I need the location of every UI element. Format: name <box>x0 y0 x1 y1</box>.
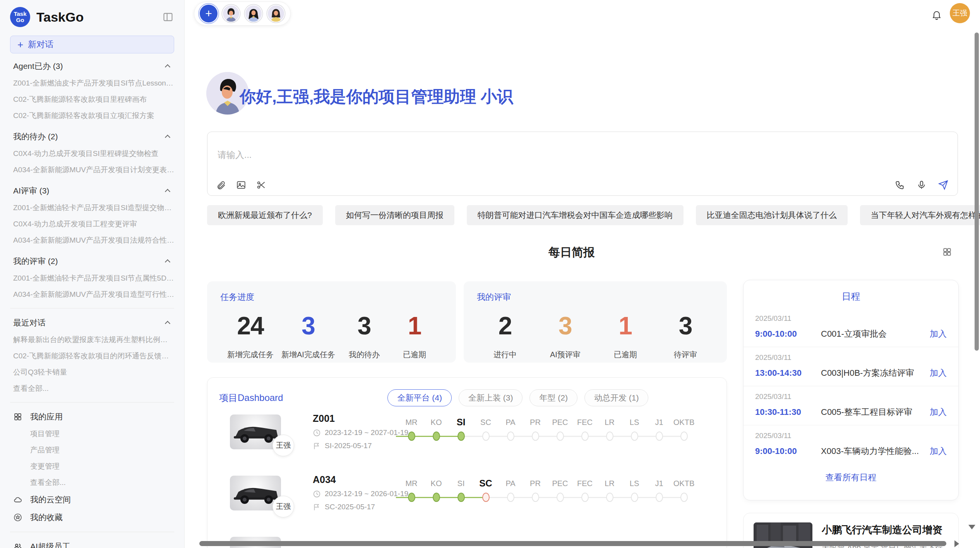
main-area: + 王强 你好,王强,我是你的项目管理助理 小识 <box>185 0 980 548</box>
clock-icon <box>313 490 321 498</box>
milestone-dot <box>581 493 589 502</box>
layout-grid-icon[interactable] <box>942 247 952 257</box>
tab-powertrain[interactable]: 动总开发 (1) <box>584 389 649 406</box>
scissors-icon[interactable] <box>256 180 266 190</box>
stat-value: 2 <box>484 312 526 340</box>
project-row-z001[interactable]: 王强 Z001 2023-12-19 ~ 2027-01-19 SI-2025-… <box>207 411 727 469</box>
dashboard-tabs: 全新平台 (4) 全新上装 (3) 年型 (2) 动总开发 (1) <box>387 389 648 406</box>
task-progress-card: 任务进度 24 新增完成任务 3 新增AI完成任务 3 我的待办 1 已逾期 <box>207 281 456 363</box>
new-chat-button[interactable]: + 新对话 <box>10 36 174 53</box>
project-row-a034[interactable]: 王强 A034 2023-12-19 ~ 2026-01-19 SC-2025-… <box>207 472 727 530</box>
plus-icon: + <box>17 39 23 51</box>
list-item[interactable]: Z001-全新燃油轻卡产品开发项目SI节点属性5D文件评审 <box>10 270 174 286</box>
chevron-up-icon <box>165 321 170 326</box>
suggestion-chip[interactable]: 欧洲新规最近颁布了什么? <box>207 205 323 225</box>
stat-label: 新增完成任务 <box>227 349 274 360</box>
section-header-my-todo[interactable]: 我的待办 (2) <box>10 128 174 146</box>
stat-value: 3 <box>664 312 707 340</box>
sidebar-item-my-favorites[interactable]: 我的收藏 <box>10 509 174 526</box>
app-logo: Task Go <box>10 7 30 27</box>
microphone-icon[interactable] <box>917 180 927 190</box>
section-title: 我的待办 (2) <box>13 131 58 142</box>
suggestion-chip[interactable]: 如何写一份清晰的项目周报 <box>335 205 454 225</box>
event-time: 10:30-11:30 <box>755 407 821 417</box>
composer-right-tools <box>895 180 948 190</box>
list-item[interactable]: Z001-全新燃油轻卡产品开发项目SI造型提交物评审 <box>10 200 174 216</box>
section-header-agent-done[interactable]: Agent已办 (3) <box>10 57 174 75</box>
horizontal-scrollbar[interactable] <box>199 541 946 546</box>
agent-avatar-1[interactable] <box>222 5 240 22</box>
list-item[interactable]: C02-飞腾新能源轻客改款项目立项汇报方案 <box>10 108 174 124</box>
list-item[interactable]: C0X4-动力总成开发项目工程变更评审 <box>10 216 174 232</box>
agent-avatar-2[interactable] <box>245 5 262 22</box>
divider <box>10 402 174 402</box>
milestone-dot-done <box>433 432 440 441</box>
event-time: 9:00-10:00 <box>755 329 821 339</box>
list-item[interactable]: A034-全新新能源MUV产品开发项目造型可行性评审 <box>10 286 174 303</box>
join-link[interactable]: 加入 <box>930 367 947 379</box>
sidebar-item-my-apps[interactable]: 我的应用 <box>10 408 174 426</box>
milestone-dot <box>532 493 539 502</box>
sidebar-item-ai-super-staff[interactable]: AI超级员工 <box>10 538 174 548</box>
section-header-ai-review[interactable]: AI评审 (3) <box>10 182 174 200</box>
list-item[interactable]: C02-飞腾新能源轻客改款项目的闭环通告反馈情况 <box>10 348 174 364</box>
add-agent-button[interactable]: + <box>200 5 218 22</box>
composer-left-tools <box>216 180 266 190</box>
vertical-scrollbar[interactable] <box>975 33 979 351</box>
cloud-icon <box>13 495 22 504</box>
stat-label: 已逾期 <box>604 349 647 360</box>
notification-bell-icon[interactable] <box>931 9 942 20</box>
sidebar-item-my-cloud[interactable]: 我的云空间 <box>10 491 174 509</box>
user-avatar[interactable]: 王强 <box>950 3 970 23</box>
section-header-recent-chats[interactable]: 最近对话 <box>10 314 174 332</box>
daily-briefing-title: 每日简报 <box>185 245 959 260</box>
suggestion-chip[interactable]: 比亚迪全固态电池计划具体说了什么 <box>696 205 848 225</box>
section-title: Agent已办 (3) <box>13 61 63 72</box>
join-link[interactable]: 加入 <box>930 328 947 340</box>
milestone-label: MR <box>399 416 424 428</box>
event-name: C003|H0B-方案冻结评审 <box>821 367 924 379</box>
suggestion-chip[interactable]: 当下年轻人对汽车外观有怎样的喜好趋势 <box>860 205 980 225</box>
section-title: 我的评审 (2) <box>13 256 58 267</box>
schedule-event: 2025/03/11 10:30-11:30 C005-整车工程目标评审 加入 <box>744 386 958 425</box>
view-all-schedule-link[interactable]: 查看所有日程 <box>744 472 958 483</box>
list-item[interactable]: Z001-全新燃油皮卡产品开发项目SI节点Lesson Learn报告 <box>10 75 174 91</box>
join-link[interactable]: 加入 <box>930 445 947 457</box>
milestone-dot <box>680 493 688 502</box>
scroll-down-arrow[interactable] <box>968 525 975 529</box>
milestone-dot <box>606 493 613 502</box>
section-header-my-review[interactable]: 我的评审 (2) <box>10 252 174 270</box>
list-item[interactable]: A034-全新新能源MUV产品开发项目计划变更表编写 <box>10 162 174 178</box>
stat-review-overdue: 1 已逾期 <box>604 312 647 360</box>
tab-new-body[interactable]: 全新上装 (3) <box>459 389 523 406</box>
attachment-icon[interactable] <box>216 180 226 190</box>
scroll-right-arrow[interactable] <box>954 540 959 547</box>
join-link[interactable]: 加入 <box>930 406 947 418</box>
phone-icon[interactable] <box>895 180 905 190</box>
chevron-up-icon <box>165 64 170 70</box>
sidebar-collapse-icon[interactable] <box>163 12 173 22</box>
agent-avatar-3[interactable] <box>267 5 285 22</box>
tab-model-year[interactable]: 年型 (2) <box>529 389 577 406</box>
list-item[interactable]: C0X4-动力总成开发项目SI里程碑提交物检查 <box>10 146 174 162</box>
view-all-apps[interactable]: 查看全部... <box>10 474 174 491</box>
list-item[interactable]: A034-全新新能源MUV产品开发项目法规符合性评审 <box>10 232 174 248</box>
news-title: 小鹏飞行汽车制造公司增资 <box>822 523 949 537</box>
sidebar-item-project-mgmt[interactable]: 项目管理 <box>10 426 174 442</box>
flag-icon <box>313 503 321 511</box>
sidebar-item-change-mgmt[interactable]: 变更管理 <box>10 458 174 474</box>
chat-input[interactable] <box>213 137 952 172</box>
list-item[interactable]: C02-飞腾新能源轻客改款项目里程碑画布 <box>10 91 174 108</box>
ai-super-staff-label: AI超级员工 <box>30 541 70 548</box>
milestone-dot <box>557 432 564 441</box>
suggestion-chip[interactable]: 特朗普可能对进口汽车增税会对中国车企造成哪些影响 <box>467 205 684 225</box>
send-icon[interactable] <box>938 180 948 190</box>
image-icon[interactable] <box>236 180 246 190</box>
tab-new-platform[interactable]: 全新平台 (4) <box>387 389 452 406</box>
project-flag-date: SC-2025-05-17 <box>313 503 375 511</box>
list-item[interactable]: 解释最新出台的欧盟报废车法规再生塑料比例被调至15%... <box>10 332 174 348</box>
view-all-recent[interactable]: 查看全部... <box>10 380 174 397</box>
sidebar-item-product-mgmt[interactable]: 产品管理 <box>10 442 174 458</box>
logo-line-1: Task <box>14 11 26 17</box>
list-item[interactable]: 公司Q3轻卡销量 <box>10 364 174 380</box>
